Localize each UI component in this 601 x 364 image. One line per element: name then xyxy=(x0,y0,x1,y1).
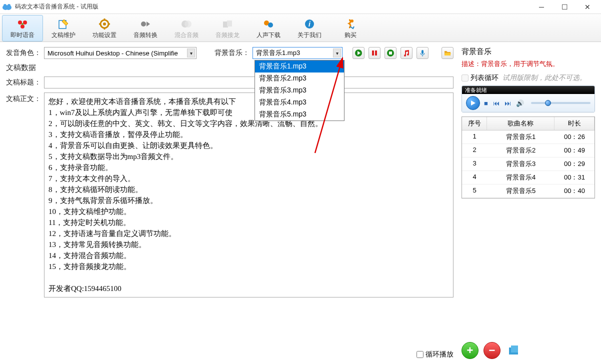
toolbar-label: 文稿维护 xyxy=(52,31,76,40)
voice-combo[interactable]: Microsoft Huihui Desktop - Chinese (Simp… xyxy=(44,47,196,59)
svg-rect-30 xyxy=(422,50,424,54)
bgmusic-dropdown[interactable]: 背景音乐1.mp3背景音乐2.mp3背景音乐3.mp3背景音乐4.mp3背景音乐… xyxy=(254,60,344,121)
doc-title-label: 文稿标题： xyxy=(6,78,41,87)
toolbar-audio-relay[interactable]: 音频接龙 xyxy=(207,15,248,42)
main-toolbar: 即时语音 文稿维护 功能设置 音频转换 混合音频 音频接龙 人声下载 i 关于我… xyxy=(0,14,601,42)
loop-play-label: 循环播放 xyxy=(426,350,454,359)
svg-point-5 xyxy=(23,20,27,24)
bgmusic-option[interactable]: 背景音乐5.mp3 xyxy=(255,108,344,120)
col-duration: 时长 xyxy=(554,117,594,130)
bgmusic-combo-value: 背景音乐1.mp3 xyxy=(256,48,300,58)
remove-song-button[interactable]: − xyxy=(484,342,500,359)
svg-point-3 xyxy=(8,4,10,7)
bgmusic-option[interactable]: 背景音乐4.mp3 xyxy=(255,96,344,108)
toolbar-label: 即时语音 xyxy=(10,31,34,40)
player-slider[interactable] xyxy=(531,102,590,104)
player-status-bar: 准备就绪 xyxy=(462,86,594,94)
open-folder-button[interactable] xyxy=(442,47,454,59)
folder-button[interactable] xyxy=(506,342,522,359)
player-volume-icon[interactable]: 🔊 xyxy=(516,100,524,107)
svg-rect-29 xyxy=(389,52,392,54)
bgmusic-option[interactable]: 背景音乐1.mp3 xyxy=(255,60,344,72)
titlebar: 码农文本语音播音系统 - 试用版 ─ ☐ ✕ xyxy=(0,0,601,14)
bgmusic-combo[interactable]: 背景音乐1.mp3 ▾ xyxy=(252,47,342,59)
svg-point-24 xyxy=(350,20,354,22)
doc-body-textarea[interactable]: 您好，欢迎使用文本语音播音系统，本播音系统具有以下 1，win7及以上系统内置人… xyxy=(44,92,454,298)
player-play-button[interactable] xyxy=(466,96,480,110)
list-loop-hint: 试用版限制，此处不可选。 xyxy=(502,74,586,82)
chevron-down-icon: ▾ xyxy=(187,48,195,58)
mic-icon[interactable] xyxy=(416,47,428,59)
toolbar-label: 人声下载 xyxy=(256,31,280,40)
app-icon xyxy=(2,3,12,11)
instant-voice-icon xyxy=(16,18,30,30)
maximize-button[interactable]: ☐ xyxy=(553,0,576,14)
svg-rect-33 xyxy=(511,346,518,352)
table-row[interactable]: 1背景音乐100：26 xyxy=(462,130,594,144)
list-loop-label: 列表循环 xyxy=(470,74,498,82)
voice-label: 发音角色： xyxy=(6,48,41,58)
toolbar-buy[interactable]: 购买 xyxy=(330,15,371,42)
doc-title-input[interactable] xyxy=(44,76,454,88)
svg-point-15 xyxy=(141,22,146,26)
bgmusic-option[interactable]: 背景音乐2.mp3 xyxy=(255,72,344,84)
toolbar-label: 功能设置 xyxy=(92,31,116,40)
voice-combo-value: Microsoft Huihui Desktop - Chinese (Simp… xyxy=(48,50,178,57)
minimize-button[interactable]: ─ xyxy=(530,0,553,14)
document-icon xyxy=(56,18,70,30)
toolbar-settings[interactable]: 功能设置 xyxy=(84,15,125,42)
close-button[interactable]: ✕ xyxy=(576,0,599,14)
toolbar-instant-voice[interactable]: 即时语音 xyxy=(2,15,43,42)
svg-point-2 xyxy=(4,4,6,7)
toolbar-label: 音频转换 xyxy=(134,31,158,40)
svg-point-6 xyxy=(20,24,24,28)
bgmusic-label: 背景音乐： xyxy=(214,48,250,58)
toolbar-voice-download[interactable]: 人声下载 xyxy=(248,15,289,42)
toolbar-label: 购买 xyxy=(344,31,356,40)
svg-rect-27 xyxy=(375,50,377,56)
gear-icon xyxy=(98,18,112,30)
doc-body-label: 文稿正文： xyxy=(6,92,41,104)
col-name: 歌曲名称 xyxy=(487,117,554,130)
svg-point-4 xyxy=(18,20,22,24)
pause-button[interactable] xyxy=(368,47,380,59)
toolbar-audio-convert[interactable]: 音频转换 xyxy=(125,15,166,42)
data-section-label: 文稿数据 xyxy=(6,63,454,72)
list-loop-checkbox[interactable]: 列表循环 xyxy=(462,74,498,82)
convert-icon xyxy=(138,18,152,30)
player-prev-icon[interactable]: ⏮ xyxy=(493,100,500,107)
toolbar-label: 混合音频 xyxy=(174,31,198,40)
table-row[interactable]: 2背景音乐200：49 xyxy=(462,144,594,158)
download-icon xyxy=(262,18,276,30)
chevron-down-icon: ▾ xyxy=(333,48,341,58)
svg-rect-19 xyxy=(227,20,232,26)
svg-rect-26 xyxy=(372,50,374,56)
svg-point-17 xyxy=(184,20,192,28)
toolbar-mix-audio[interactable]: 混合音频 xyxy=(166,15,207,42)
buy-icon xyxy=(344,18,358,30)
toolbar-about[interactable]: i 关于我们 xyxy=(289,15,330,42)
toolbar-document-maintain[interactable]: 文稿维护 xyxy=(43,15,84,42)
table-row[interactable]: 3背景音乐300：29 xyxy=(462,158,594,171)
player-stop-icon[interactable]: ■ xyxy=(484,100,488,107)
svg-point-10 xyxy=(103,22,106,26)
bgmusic-option[interactable]: 背景音乐3.mp3 xyxy=(255,84,344,96)
svg-point-21 xyxy=(268,22,273,28)
loop-play-checkbox[interactable]: 循环播放 xyxy=(416,350,454,359)
right-panel-title: 背景音乐 xyxy=(462,47,595,56)
table-row[interactable]: 4背景音乐400：31 xyxy=(462,171,594,184)
info-icon: i xyxy=(302,18,316,30)
add-song-button[interactable]: + xyxy=(462,342,478,359)
stop-button[interactable] xyxy=(384,47,396,59)
music-note-icon[interactable] xyxy=(400,47,412,59)
audio-player: 准备就绪 ■ ⏮ ⏭ 🔊 xyxy=(462,86,595,112)
toolbar-label: 音频接龙 xyxy=(216,31,240,40)
play-button[interactable] xyxy=(352,47,364,59)
song-table: 序号 歌曲名称 时长 1背景音乐100：262背景音乐200：493背景音乐30… xyxy=(462,116,595,198)
mix-icon xyxy=(180,18,194,30)
svg-point-7 xyxy=(22,23,24,25)
window-title: 码农文本语音播音系统 - 试用版 xyxy=(15,2,530,11)
player-next-icon[interactable]: ⏭ xyxy=(504,100,511,107)
table-row[interactable]: 5背景音乐500：40 xyxy=(462,184,594,198)
toolbar-label: 关于我们 xyxy=(298,31,322,40)
